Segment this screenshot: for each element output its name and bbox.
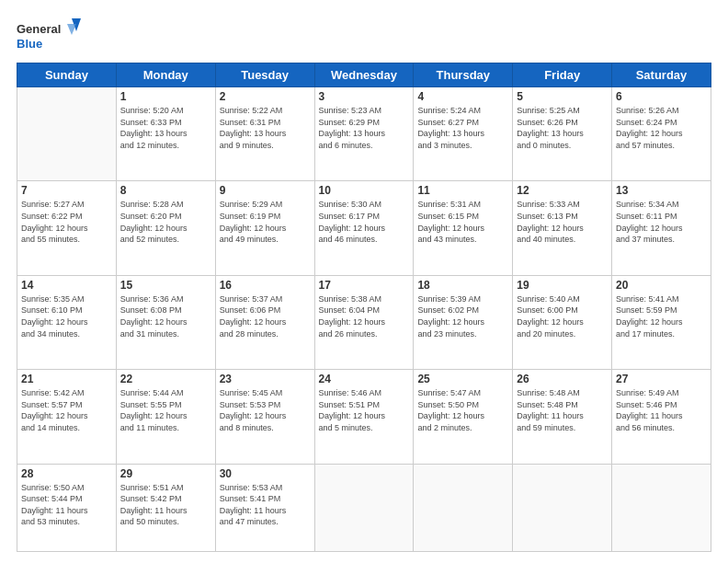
day-number: 30 [220,467,311,480]
day-info: Sunrise: 5:37 AM Sunset: 6:06 PM Dayligh… [220,293,311,339]
weekday-header-thursday: Thursday [414,63,513,87]
day-info: Sunrise: 5:49 AM Sunset: 5:46 PM Dayligh… [616,387,707,433]
calendar-cell [513,464,612,551]
week-row-5: 28Sunrise: 5:50 AM Sunset: 5:44 PM Dayli… [17,464,711,551]
day-number: 5 [517,90,608,103]
day-info: Sunrise: 5:31 AM Sunset: 6:15 PM Dayligh… [417,199,508,245]
day-number: 6 [616,90,707,103]
day-number: 18 [417,279,508,292]
day-number: 3 [319,90,410,103]
calendar-cell: 19Sunrise: 5:40 AM Sunset: 6:00 PM Dayli… [513,275,612,369]
calendar-cell: 1Sunrise: 5:20 AM Sunset: 6:33 PM Daylig… [116,87,215,181]
day-info: Sunrise: 5:40 AM Sunset: 6:00 PM Dayligh… [517,293,608,339]
day-info: Sunrise: 5:20 AM Sunset: 6:33 PM Dayligh… [120,105,211,151]
day-number: 22 [120,373,211,385]
day-number: 28 [21,467,112,480]
calendar-cell: 22Sunrise: 5:44 AM Sunset: 5:55 PM Dayli… [116,370,215,464]
header: General Blue [17,17,711,53]
calendar-cell: 11Sunrise: 5:31 AM Sunset: 6:15 PM Dayli… [414,181,513,275]
day-number: 19 [517,279,608,292]
day-number: 15 [120,279,211,292]
day-info: Sunrise: 5:26 AM Sunset: 6:24 PM Dayligh… [616,105,707,151]
svg-text:General: General [17,22,61,36]
day-info: Sunrise: 5:36 AM Sunset: 6:08 PM Dayligh… [120,293,211,339]
week-row-3: 14Sunrise: 5:35 AM Sunset: 6:10 PM Dayli… [17,275,711,369]
calendar-cell: 24Sunrise: 5:46 AM Sunset: 5:51 PM Dayli… [314,370,414,464]
day-number: 17 [319,279,410,292]
calendar-cell: 8Sunrise: 5:28 AM Sunset: 6:20 PM Daylig… [116,181,215,275]
week-row-4: 21Sunrise: 5:42 AM Sunset: 5:57 PM Dayli… [17,370,711,464]
day-info: Sunrise: 5:38 AM Sunset: 6:04 PM Dayligh… [319,293,410,339]
calendar-cell: 25Sunrise: 5:47 AM Sunset: 5:50 PM Dayli… [414,370,513,464]
day-number: 29 [120,467,211,480]
day-info: Sunrise: 5:23 AM Sunset: 6:29 PM Dayligh… [319,105,410,151]
day-info: Sunrise: 5:53 AM Sunset: 5:41 PM Dayligh… [220,482,311,528]
logo: General Blue [17,17,81,53]
calendar-cell: 16Sunrise: 5:37 AM Sunset: 6:06 PM Dayli… [215,275,314,369]
calendar: SundayMondayTuesdayWednesdayThursdayFrid… [17,63,711,552]
week-row-2: 7Sunrise: 5:27 AM Sunset: 6:22 PM Daylig… [17,181,711,275]
day-number: 10 [319,184,410,197]
day-info: Sunrise: 5:48 AM Sunset: 5:48 PM Dayligh… [517,387,608,433]
calendar-cell: 28Sunrise: 5:50 AM Sunset: 5:44 PM Dayli… [17,464,117,551]
calendar-cell: 29Sunrise: 5:51 AM Sunset: 5:42 PM Dayli… [116,464,215,551]
day-info: Sunrise: 5:35 AM Sunset: 6:10 PM Dayligh… [21,293,112,339]
day-info: Sunrise: 5:33 AM Sunset: 6:13 PM Dayligh… [517,199,608,245]
day-info: Sunrise: 5:30 AM Sunset: 6:17 PM Dayligh… [319,199,410,245]
day-number: 24 [319,373,410,385]
day-number: 13 [616,184,707,197]
calendar-cell: 17Sunrise: 5:38 AM Sunset: 6:04 PM Dayli… [314,275,414,369]
calendar-cell: 2Sunrise: 5:22 AM Sunset: 6:31 PM Daylig… [215,87,314,181]
weekday-header-monday: Monday [116,63,215,87]
day-info: Sunrise: 5:39 AM Sunset: 6:02 PM Dayligh… [417,293,508,339]
calendar-cell: 18Sunrise: 5:39 AM Sunset: 6:02 PM Dayli… [414,275,513,369]
calendar-cell: 30Sunrise: 5:53 AM Sunset: 5:41 PM Dayli… [215,464,314,551]
calendar-cell: 20Sunrise: 5:41 AM Sunset: 5:59 PM Dayli… [612,275,711,369]
calendar-cell: 12Sunrise: 5:33 AM Sunset: 6:13 PM Dayli… [513,181,612,275]
logo-svg: General Blue [17,17,81,53]
day-info: Sunrise: 5:34 AM Sunset: 6:11 PM Dayligh… [616,199,707,245]
day-number: 9 [220,184,311,197]
calendar-cell: 6Sunrise: 5:26 AM Sunset: 6:24 PM Daylig… [612,87,711,181]
calendar-cell: 4Sunrise: 5:24 AM Sunset: 6:27 PM Daylig… [414,87,513,181]
day-number: 21 [21,373,112,385]
day-number: 12 [517,184,608,197]
day-info: Sunrise: 5:50 AM Sunset: 5:44 PM Dayligh… [21,482,112,528]
day-info: Sunrise: 5:51 AM Sunset: 5:42 PM Dayligh… [120,482,211,528]
day-number: 16 [220,279,311,292]
calendar-cell [612,464,711,551]
weekday-header-friday: Friday [513,63,612,87]
day-info: Sunrise: 5:28 AM Sunset: 6:20 PM Dayligh… [120,199,211,245]
calendar-cell: 9Sunrise: 5:29 AM Sunset: 6:19 PM Daylig… [215,181,314,275]
day-number: 14 [21,279,112,292]
day-info: Sunrise: 5:44 AM Sunset: 5:55 PM Dayligh… [120,387,211,433]
day-number: 20 [616,279,707,292]
calendar-cell: 26Sunrise: 5:48 AM Sunset: 5:48 PM Dayli… [513,370,612,464]
day-info: Sunrise: 5:41 AM Sunset: 5:59 PM Dayligh… [616,293,707,339]
day-number: 27 [616,373,707,385]
day-number: 23 [220,373,311,385]
weekday-header-wednesday: Wednesday [314,63,414,87]
calendar-cell: 23Sunrise: 5:45 AM Sunset: 5:53 PM Dayli… [215,370,314,464]
day-number: 8 [120,184,211,197]
day-number: 4 [417,90,508,103]
calendar-cell: 15Sunrise: 5:36 AM Sunset: 6:08 PM Dayli… [116,275,215,369]
svg-text:Blue: Blue [17,37,42,51]
calendar-cell: 7Sunrise: 5:27 AM Sunset: 6:22 PM Daylig… [17,181,117,275]
day-info: Sunrise: 5:24 AM Sunset: 6:27 PM Dayligh… [417,105,508,151]
day-info: Sunrise: 5:42 AM Sunset: 5:57 PM Dayligh… [21,387,112,433]
calendar-cell [414,464,513,551]
day-number: 11 [417,184,508,197]
weekday-header-sunday: Sunday [17,63,117,87]
calendar-cell: 21Sunrise: 5:42 AM Sunset: 5:57 PM Dayli… [17,370,117,464]
calendar-cell [17,87,117,181]
day-number: 7 [21,184,112,197]
day-info: Sunrise: 5:22 AM Sunset: 6:31 PM Dayligh… [220,105,311,151]
week-row-1: 1Sunrise: 5:20 AM Sunset: 6:33 PM Daylig… [17,87,711,181]
day-info: Sunrise: 5:27 AM Sunset: 6:22 PM Dayligh… [21,199,112,245]
weekday-header-tuesday: Tuesday [215,63,314,87]
calendar-cell: 14Sunrise: 5:35 AM Sunset: 6:10 PM Dayli… [17,275,117,369]
calendar-cell: 10Sunrise: 5:30 AM Sunset: 6:17 PM Dayli… [314,181,414,275]
calendar-cell [314,464,414,551]
calendar-cell: 13Sunrise: 5:34 AM Sunset: 6:11 PM Dayli… [612,181,711,275]
